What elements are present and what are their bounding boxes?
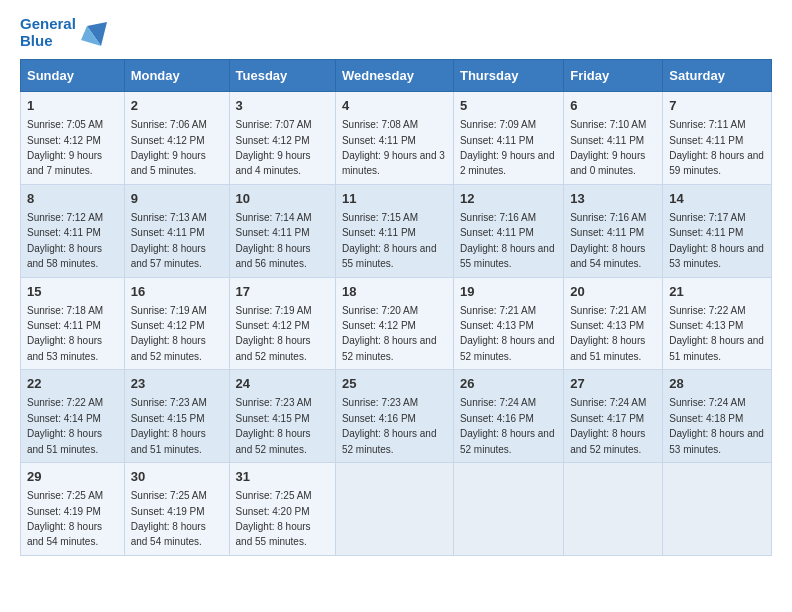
daylight-info: Daylight: 8 hours and 54 minutes. [27, 521, 102, 547]
daylight-info: Daylight: 8 hours and 55 minutes. [460, 243, 555, 269]
daylight-info: Daylight: 8 hours and 52 minutes. [131, 335, 206, 361]
sunset-info: Sunset: 4:17 PM [570, 413, 644, 424]
sunrise-info: Sunrise: 7:24 AM [460, 397, 536, 408]
header-tuesday: Tuesday [229, 60, 335, 92]
calendar-cell [453, 463, 563, 556]
daylight-info: Daylight: 8 hours and 51 minutes. [27, 428, 102, 454]
sunrise-info: Sunrise: 7:17 AM [669, 212, 745, 223]
calendar-cell: 8Sunrise: 7:12 AMSunset: 4:11 PMDaylight… [21, 184, 125, 277]
logo-icon [79, 18, 109, 48]
daylight-info: Daylight: 8 hours and 51 minutes. [570, 335, 645, 361]
calendar-cell: 29Sunrise: 7:25 AMSunset: 4:19 PMDayligh… [21, 463, 125, 556]
daylight-info: Daylight: 8 hours and 51 minutes. [131, 428, 206, 454]
sunset-info: Sunset: 4:19 PM [131, 506, 205, 517]
day-number: 11 [342, 190, 447, 208]
day-number: 16 [131, 283, 223, 301]
day-number: 27 [570, 375, 656, 393]
calendar-cell: 16Sunrise: 7:19 AMSunset: 4:12 PMDayligh… [124, 277, 229, 370]
calendar-cell: 23Sunrise: 7:23 AMSunset: 4:15 PMDayligh… [124, 370, 229, 463]
daylight-info: Daylight: 8 hours and 53 minutes. [27, 335, 102, 361]
day-number: 26 [460, 375, 557, 393]
day-number: 20 [570, 283, 656, 301]
sunset-info: Sunset: 4:15 PM [131, 413, 205, 424]
daylight-info: Daylight: 8 hours and 52 minutes. [460, 428, 555, 454]
sunset-info: Sunset: 4:13 PM [669, 320, 743, 331]
sunrise-info: Sunrise: 7:24 AM [669, 397, 745, 408]
sunrise-info: Sunrise: 7:22 AM [27, 397, 103, 408]
day-number: 21 [669, 283, 765, 301]
sunrise-info: Sunrise: 7:16 AM [570, 212, 646, 223]
header-monday: Monday [124, 60, 229, 92]
sunrise-info: Sunrise: 7:23 AM [342, 397, 418, 408]
day-number: 4 [342, 97, 447, 115]
daylight-info: Daylight: 8 hours and 55 minutes. [236, 521, 311, 547]
calendar-cell: 2Sunrise: 7:06 AMSunset: 4:12 PMDaylight… [124, 92, 229, 185]
calendar-cell: 22Sunrise: 7:22 AMSunset: 4:14 PMDayligh… [21, 370, 125, 463]
daylight-info: Daylight: 9 hours and 0 minutes. [570, 150, 645, 176]
sunset-info: Sunset: 4:11 PM [570, 135, 644, 146]
sunrise-info: Sunrise: 7:05 AM [27, 119, 103, 130]
sunset-info: Sunset: 4:12 PM [236, 135, 310, 146]
sunset-info: Sunset: 4:13 PM [570, 320, 644, 331]
calendar-cell: 18Sunrise: 7:20 AMSunset: 4:12 PMDayligh… [335, 277, 453, 370]
daylight-info: Daylight: 8 hours and 52 minutes. [460, 335, 555, 361]
day-number: 22 [27, 375, 118, 393]
sunrise-info: Sunrise: 7:20 AM [342, 305, 418, 316]
sunset-info: Sunset: 4:12 PM [131, 135, 205, 146]
day-number: 29 [27, 468, 118, 486]
day-number: 23 [131, 375, 223, 393]
sunset-info: Sunset: 4:11 PM [131, 227, 205, 238]
calendar-week-row: 8Sunrise: 7:12 AMSunset: 4:11 PMDaylight… [21, 184, 772, 277]
calendar-cell: 5Sunrise: 7:09 AMSunset: 4:11 PMDaylight… [453, 92, 563, 185]
daylight-info: Daylight: 8 hours and 52 minutes. [342, 335, 437, 361]
header-wednesday: Wednesday [335, 60, 453, 92]
calendar-cell: 30Sunrise: 7:25 AMSunset: 4:19 PMDayligh… [124, 463, 229, 556]
sunset-info: Sunset: 4:20 PM [236, 506, 310, 517]
calendar-cell: 3Sunrise: 7:07 AMSunset: 4:12 PMDaylight… [229, 92, 335, 185]
daylight-info: Daylight: 8 hours and 52 minutes. [570, 428, 645, 454]
sunset-info: Sunset: 4:12 PM [236, 320, 310, 331]
sunset-info: Sunset: 4:11 PM [342, 135, 416, 146]
day-number: 9 [131, 190, 223, 208]
day-number: 18 [342, 283, 447, 301]
daylight-info: Daylight: 8 hours and 53 minutes. [669, 428, 764, 454]
sunrise-info: Sunrise: 7:10 AM [570, 119, 646, 130]
sunrise-info: Sunrise: 7:23 AM [131, 397, 207, 408]
day-number: 19 [460, 283, 557, 301]
day-number: 30 [131, 468, 223, 486]
sunset-info: Sunset: 4:12 PM [342, 320, 416, 331]
day-number: 6 [570, 97, 656, 115]
day-number: 7 [669, 97, 765, 115]
daylight-info: Daylight: 8 hours and 52 minutes. [342, 428, 437, 454]
sunset-info: Sunset: 4:19 PM [27, 506, 101, 517]
day-number: 25 [342, 375, 447, 393]
calendar-cell: 12Sunrise: 7:16 AMSunset: 4:11 PMDayligh… [453, 184, 563, 277]
sunrise-info: Sunrise: 7:22 AM [669, 305, 745, 316]
day-number: 5 [460, 97, 557, 115]
sunrise-info: Sunrise: 7:13 AM [131, 212, 207, 223]
sunrise-info: Sunrise: 7:25 AM [236, 490, 312, 501]
day-number: 3 [236, 97, 329, 115]
sunrise-info: Sunrise: 7:19 AM [236, 305, 312, 316]
daylight-info: Daylight: 8 hours and 54 minutes. [570, 243, 645, 269]
calendar-week-row: 29Sunrise: 7:25 AMSunset: 4:19 PMDayligh… [21, 463, 772, 556]
daylight-info: Daylight: 9 hours and 4 minutes. [236, 150, 311, 176]
sunset-info: Sunset: 4:16 PM [342, 413, 416, 424]
sunrise-info: Sunrise: 7:11 AM [669, 119, 745, 130]
calendar-cell [564, 463, 663, 556]
day-number: 17 [236, 283, 329, 301]
header-friday: Friday [564, 60, 663, 92]
calendar-cell [663, 463, 772, 556]
sunset-info: Sunset: 4:11 PM [342, 227, 416, 238]
daylight-info: Daylight: 8 hours and 52 minutes. [236, 335, 311, 361]
day-number: 24 [236, 375, 329, 393]
sunrise-info: Sunrise: 7:08 AM [342, 119, 418, 130]
calendar-cell: 15Sunrise: 7:18 AMSunset: 4:11 PMDayligh… [21, 277, 125, 370]
sunrise-info: Sunrise: 7:12 AM [27, 212, 103, 223]
header-saturday: Saturday [663, 60, 772, 92]
calendar-week-row: 15Sunrise: 7:18 AMSunset: 4:11 PMDayligh… [21, 277, 772, 370]
calendar-cell: 1Sunrise: 7:05 AMSunset: 4:12 PMDaylight… [21, 92, 125, 185]
logo-text: General Blue [20, 16, 76, 49]
sunset-info: Sunset: 4:11 PM [27, 320, 101, 331]
calendar-cell: 21Sunrise: 7:22 AMSunset: 4:13 PMDayligh… [663, 277, 772, 370]
